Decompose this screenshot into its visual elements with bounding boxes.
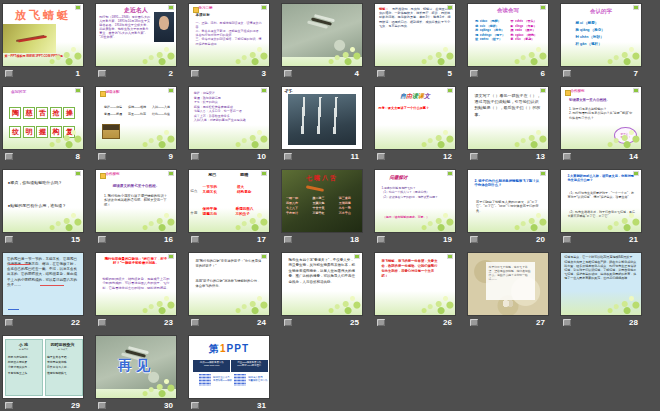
- slide-thumbnail[interactable]: 词语搭配慈祥——和蔼 掌握——把握保持——维持 商量——协商入神——入迷 结构—…: [96, 87, 176, 149]
- animation-indicator-icon[interactable]: [5, 319, 13, 326]
- slide-thumbnail[interactable]: 3.大家都听得那么入神，读完课文后，你想对陶先生说点什么呢？（1）陶行知先生关怀…: [561, 170, 641, 232]
- slide-thumbnail[interactable]: 它的尾巴是一节一节的，又细又长。它用尾巴保持平衡，调整方向。据说，在它饿极了时，…: [3, 253, 83, 315]
- slide-thumbnail[interactable]: 孩子们放飞了蜻蜓，也放飞了希望。望着远去的蜻蜓，他们会想些什么、说些什么呢？请你…: [468, 253, 548, 315]
- slide-info-bar: 2: [96, 66, 176, 81]
- slide-info-bar: 4: [282, 66, 362, 81]
- slide-thumbnail[interactable]: 陶先生有四个字“爱满天下”，不仅爱人类，而且爱生物，反对把生物弄死来做标本，把生…: [282, 253, 362, 315]
- slide-thumbnail[interactable]: ●翠贞，你知道蜻蜓吃什么吗？●蜻蜓的尾巴有什么用，谁知道？: [3, 170, 83, 232]
- slide-thumbnail[interactable]: 用“陶行知的口吻”夸夸这群孩子：“你们真是懂事的好孩子！”再用“孩子们的口吻”说…: [189, 253, 269, 315]
- poem-author-1: 宋·杨万里: [5, 348, 41, 351]
- animation-indicator-icon[interactable]: [470, 319, 478, 326]
- slide-cell: 自由读课文思考：课文主要讲了一个什么故事？12: [375, 87, 455, 164]
- slide-thumbnail[interactable]: 第1PPT优质PPT模板免费下载 www.1ppt.com行业PPT模板免费下载…: [189, 336, 269, 398]
- slide-thumbnail[interactable]: 蜻蜓：无脊椎动物，昆虫纲，蜻蜓目，差翅亚目昆虫的通称。一般体型较大，翅长而窄，膜…: [375, 4, 455, 66]
- plants-decoration: [234, 44, 268, 66]
- slide-thumbnail[interactable]: 会认的字慈 cí （慈爱） 抢 qiǎng （抢夺） 衬 chèn （衬衫） 杆…: [561, 4, 641, 66]
- slide-thumbnail[interactable]: 陶行知用商量的口吻说：“把它放了，好不好？”一群孩子纷纷表示同意。蜻蜓的眼睛很大…: [96, 253, 176, 315]
- animation-indicator-icon[interactable]: [98, 153, 106, 160]
- goal-list: 一、正确、流利、有感情地朗读课文，读懂课文内容。 二、学会本课生字新词，理解由生…: [195, 21, 264, 46]
- animation-indicator-icon[interactable]: [191, 319, 199, 326]
- animation-indicator-icon[interactable]: [284, 319, 292, 326]
- row-label-1: 特点: [191, 189, 198, 193]
- slide-info-bar: 11: [282, 149, 362, 164]
- plants-decoration: [420, 44, 454, 66]
- animation-indicator-icon[interactable]: [563, 153, 571, 160]
- poem-body-2: 梅子金黄杏子肥， 麦花雪白菜花稀。 日长篱落无人过， 惟有蜻蜓蛱蝶飞。: [47, 355, 79, 376]
- animation-indicator-icon[interactable]: [563, 70, 571, 77]
- slide-thumbnail[interactable]: 学习目标本课目标一、正确、流利、有感情地朗读课文，读懂课文内容。 二、学会本课生…: [189, 4, 269, 66]
- slide-thumbnail[interactable]: 孑孓: [282, 87, 362, 149]
- slide-thumbnail[interactable]: 合作探究初读课文第一至六自然段。1. 孩子们是怎么捉蜻蜓的？ 2. 陶行知看到后…: [561, 87, 641, 149]
- slide-cell: 合作探究细读课文的第七至十自然段。1. 陶行知向小朋友们讲了哪些蜻蜓的知识？多读…: [96, 170, 176, 247]
- slide-thumbnail[interactable]: 小 池宋·杨万里泉眼无声惜细流， 树阴照水爱晴柔。 小荷才露尖尖角， 早有蜻蜓立…: [3, 336, 83, 398]
- animation-indicator-icon[interactable]: [191, 70, 199, 77]
- poem-title-2: 四时田园杂兴: [45, 342, 81, 347]
- slide-thumbnail[interactable]: [282, 4, 362, 66]
- slide-title: 七嘴八舌: [282, 174, 362, 183]
- slide-info-bar: 18: [282, 232, 362, 247]
- slide-info-bar: 27: [468, 315, 548, 330]
- animation-indicator-icon[interactable]: [470, 153, 478, 160]
- animation-indicator-icon[interactable]: [191, 402, 199, 409]
- animation-indicator-icon[interactable]: [563, 319, 571, 326]
- slide-info-bar: 23: [96, 315, 176, 330]
- slide-thumbnail[interactable]: 再见: [96, 336, 176, 398]
- slide-thumbnail[interactable]: 尾巴眼睛特点作用一节节的 又细又长很大 结构复杂保持平衡 调整方向看清四面八 方…: [189, 170, 269, 232]
- animation-indicator-icon[interactable]: [377, 70, 385, 77]
- animation-indicator-icon[interactable]: [191, 153, 199, 160]
- animation-indicator-icon[interactable]: [191, 236, 199, 243]
- slide-thumbnail[interactable]: 问题探讨1.调皮的蜻蜓是怎样飞的？ （1）找出一个拟人句？（用波浪线） （2）读…: [375, 170, 455, 232]
- slide-thumbnail[interactable]: 放飞蜻蜓，放飞的是一份希望；关爱生命，收获的是一份感动。让我们像陶行知先生那样，…: [375, 253, 455, 315]
- slide-info-bar: 28: [561, 315, 641, 330]
- animation-indicator-icon[interactable]: [470, 236, 478, 243]
- butterfly-decoration: [503, 300, 513, 307]
- animation-indicator-icon[interactable]: [377, 319, 385, 326]
- animation-indicator-icon[interactable]: [98, 319, 106, 326]
- plants-decoration: [141, 376, 175, 398]
- qr-code-1: [199, 374, 211, 386]
- slide-thumbnail[interactable]: 课文写了（ ）看见一群孩子在（ ），通过与孩子们谈蜻蜓，引导他们认识到蜻蜓是（ …: [468, 87, 548, 149]
- slide-number: 16: [164, 232, 173, 247]
- badge-label: 学习目标: [199, 6, 213, 10]
- animation-indicator-icon[interactable]: [563, 236, 571, 243]
- slide-number: 8: [76, 149, 80, 164]
- slide-thumbnail[interactable]: 七嘴八舌一唱一和 四面八方 七上八下 千方百计接二连三 五颜六色 十全十美 万紫…: [282, 170, 362, 232]
- paragraph: 陶先生有四个字“爱满天下”，不仅爱人类，而且爱生物，反对把生物弄死来做标本，把生…: [288, 258, 355, 285]
- slide-thumbnail[interactable]: 蜻蜓是益虫，它一小时可以吃20只苍蝇或840只蚊子。蜻蜓点水实际上是雌蜻蜓在产卵…: [561, 253, 641, 315]
- slide-thumbnail[interactable]: 慈祥：和蔼安详。 掌握：熟知并能运用。 孑孓：蚊子的幼虫。 抚摸：用手轻轻按着来…: [189, 87, 269, 149]
- animation-indicator-icon[interactable]: [5, 153, 13, 160]
- slide-thumbnail[interactable]: 走近名人陶行知（1891—1946）是中国伟大的人民教育家。1891年10月18…: [96, 4, 176, 66]
- animation-indicator-icon[interactable]: [470, 70, 478, 77]
- character-box: 明: [23, 126, 35, 138]
- animation-indicator-icon[interactable]: [5, 236, 13, 243]
- poem-body-1: 泉眼无声惜细流， 树阴照水爱晴柔。 小荷才露尖尖角， 早有蜻蜓立上头。: [8, 355, 40, 376]
- animation-indicator-icon[interactable]: [284, 236, 292, 243]
- animation-indicator-icon[interactable]: [5, 402, 13, 409]
- slide-info-bar: 7: [561, 66, 641, 81]
- animation-indicator-icon[interactable]: [98, 236, 106, 243]
- animation-indicator-icon[interactable]: [98, 70, 106, 77]
- animation-indicator-icon[interactable]: [284, 153, 292, 160]
- slide-thumbnail[interactable]: 放飞蜻蜓第一PPT模板网 WWW.1PPT.COM PPT背景: [3, 4, 83, 66]
- animation-indicator-icon[interactable]: [377, 153, 385, 160]
- animation-indicator-icon[interactable]: [284, 70, 292, 77]
- slide-info-bar: 25: [282, 315, 362, 330]
- animation-indicator-icon[interactable]: [98, 402, 106, 409]
- animation-indicator-icon[interactable]: [377, 236, 385, 243]
- subtitle: 本课目标: [195, 13, 209, 17]
- slide-cell: 孑孓11: [282, 87, 362, 164]
- slide-cell: 放飞蜻蜓，放飞的是一份希望；关爱生命，收获的是一份感动。让我们像陶行知先生那样，…: [375, 253, 455, 330]
- body-text: 无脊椎动物，昆虫纲，蜻蜓目，差翅亚目昆虫的通称。一般体型较大，翅长而窄，膜质，网…: [379, 7, 451, 28]
- plants-decoration: [513, 44, 547, 66]
- slide-thumbnail[interactable]: 2. 孩子们为什么都乐意把蜻蜓放飞了呢？从中你体会到什么？孩子们明白了蜻蜓是人类…: [468, 170, 548, 232]
- animation-indicator-icon[interactable]: [5, 70, 13, 77]
- word-column-1: 陶【táo】（陶醉） 慈【cí】（慈祥） 抢【qiǎng】（抢先） 绳【shén…: [475, 19, 505, 42]
- slide-thumbnail[interactable]: 会读会写陶【táo】（陶醉） 慈【cí】（慈祥） 抢【qiǎng】（抢先） 绳【…: [468, 4, 548, 66]
- slide-thumbnail[interactable]: 自由读课文思考：课文主要讲了一个什么故事？: [375, 87, 455, 149]
- question-title: 2. 孩子们为什么都乐意把蜻蜓放飞了呢？从中你体会到什么？: [474, 179, 541, 187]
- qr-text-2: 扫码进入官网 海量模板任你下载: [248, 376, 267, 383]
- slide-title: 自由读课文: [375, 92, 455, 101]
- idiom-column-2: 接二连三 五颜六色 十全十美 万紫千红: [312, 196, 324, 216]
- slide-thumbnail[interactable]: 合作探究细读课文的第七至十自然段。1. 陶行知向小朋友们讲了哪些蜻蜓的知识？多读…: [96, 170, 176, 232]
- slide-thumbnail[interactable]: 会写的字陶慈舌抢操纹明握构复: [3, 87, 83, 149]
